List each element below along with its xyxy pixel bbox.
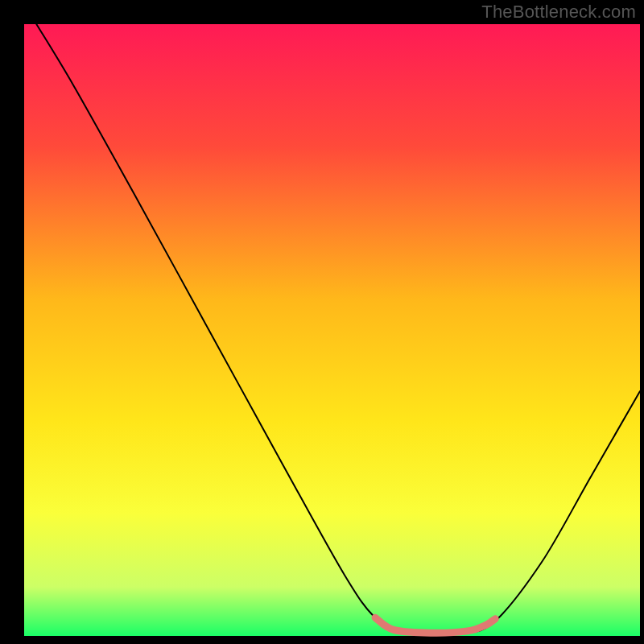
chart-svg [0, 0, 644, 644]
chart-frame: TheBottleneck.com [0, 0, 644, 644]
watermark-text: TheBottleneck.com [481, 2, 636, 23]
plot-background [24, 24, 640, 636]
